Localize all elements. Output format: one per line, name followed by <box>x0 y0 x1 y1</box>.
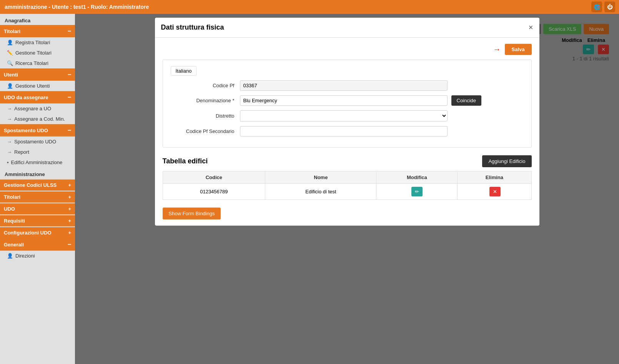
row-nome: Edificio di test <box>265 184 376 200</box>
salva-button[interactable]: Salva <box>505 44 532 55</box>
sidebar-group-titolari-toggle: − <box>68 28 71 35</box>
distretto-select[interactable] <box>240 110 448 121</box>
sidebar-group-udo-assegnare[interactable]: UDO da assegnare − <box>0 91 75 103</box>
sidebar-item-report[interactable]: → Report <box>0 147 75 157</box>
col-nome: Nome <box>265 171 376 184</box>
modal-overlay: Dati struttura fisica × → Salva Italiano <box>75 14 619 364</box>
sidebar-item-registra-titolari[interactable]: 👤 Registra Titolari <box>0 37 75 48</box>
world-icon[interactable]: 🌐 <box>591 2 602 12</box>
codice-pf-input[interactable] <box>240 80 448 91</box>
main-content: Filtro Scarica XLS Nuova Modifica Elimin… <box>75 14 619 364</box>
sidebar-item-gestione-titolari[interactable]: ✏️ Gestione Titolari <box>0 48 75 58</box>
sidebar-group-udo2[interactable]: UDO + <box>0 203 75 214</box>
language-tab[interactable]: Italiano <box>171 66 197 76</box>
sidebar-group-requisiti[interactable]: Requisiti + <box>0 215 75 226</box>
sidebar-group-gestione-codici-toggle: + <box>68 182 71 188</box>
user-icon3: 👤 <box>7 253 13 259</box>
show-form-bindings-button[interactable]: Show Form Bindings <box>163 208 221 219</box>
codice-pf-sec-label: Codice Pf Secondario <box>171 128 240 134</box>
sidebar-item-spostamento-udo-label: Spostamento UDO <box>14 139 56 145</box>
sidebar-item-gestione-utenti[interactable]: 👤 Gestione Utenti <box>0 81 75 91</box>
aggiungi-edificio-button[interactable]: Aggiungi Edificio <box>482 155 531 167</box>
sidebar-group-spostamento[interactable]: Spostamento UDO − <box>0 124 75 136</box>
arrow-icon: → <box>7 106 12 111</box>
power-icon[interactable]: ⏻ <box>604 2 615 12</box>
sidebar-group-generali-label: Generali <box>4 242 24 248</box>
codice-pf-sec-input[interactable] <box>240 126 448 136</box>
sidebar-item-edifici-admin-label: Edifici Amministrazione <box>11 160 63 165</box>
modal-title: Dati struttura fisica <box>161 23 224 32</box>
modal-header: Dati struttura fisica × <box>155 18 539 38</box>
sidebar-item-gestione-titolari-label: Gestione Titolari <box>15 50 52 56</box>
modal-close-button[interactable]: × <box>529 23 533 32</box>
sidebar-item-assegnare-uo[interactable]: → Assegnare a UO <box>0 103 75 114</box>
search-icon: 🔍 <box>7 60 13 66</box>
sidebar-section-amministrazione: Amministrazione <box>0 168 75 179</box>
sidebar-group-udo-assegnare-toggle: − <box>68 94 71 101</box>
sidebar-item-direzioni[interactable]: 👤 Direzioni <box>0 251 75 261</box>
distretto-label: Distretto <box>171 113 240 119</box>
sidebar-group-utenti-label: Utenti <box>4 72 18 78</box>
form-row-codice-pf-sec: Codice Pf Secondario <box>171 126 524 136</box>
save-area: → Salva <box>163 44 532 55</box>
sidebar-group-titolari2-label: Titolari <box>4 194 20 200</box>
sidebar-group-generali[interactable]: Generali − <box>0 238 75 251</box>
sidebar-group-gestione-codici[interactable]: Gestione Codici ULSS + <box>0 180 75 191</box>
edit-icon: ✏️ <box>7 50 13 56</box>
sidebar-item-edifici-admin[interactable]: ▪ Edifici Amministrazione <box>0 157 75 168</box>
sidebar-group-spostamento-toggle: − <box>68 127 71 134</box>
sidebar-item-direzioni-label: Direzioni <box>15 253 35 259</box>
sidebar-group-udo2-toggle: + <box>68 206 71 212</box>
edifici-table: Codice Nome Modifica Elimina 0123456789 … <box>163 171 532 200</box>
form-row-codice-pf: Codice Pf <box>171 80 524 91</box>
denominazione-input[interactable] <box>240 95 448 106</box>
sidebar-item-ricerca-titolari[interactable]: 🔍 Ricerca Titolari <box>0 58 75 68</box>
sidebar-item-spostamento-udo[interactable]: → Spostamento UDO <box>0 136 75 147</box>
sidebar-item-assegnare-uo-label: Assegnare a UO <box>14 106 51 111</box>
sidebar-group-config-udo-toggle: + <box>68 230 71 236</box>
sidebar-group-utenti-toggle: − <box>68 71 71 78</box>
sidebar-group-titolari2[interactable]: Titolari + <box>0 191 75 203</box>
sidebar-group-udo2-label: UDO <box>4 206 15 212</box>
sidebar-group-udo-assegnare-label: UDO da assegnare <box>4 95 48 100</box>
sidebar-group-config-udo-label: Configurazioni UDO <box>4 230 52 236</box>
sidebar-section-anagrafica: Anagrafica <box>0 14 75 25</box>
row-edit-button[interactable]: ✏ <box>411 187 423 196</box>
form-section: Italiano Codice Pf Denominazione * Coinc… <box>163 60 532 148</box>
sidebar-group-titolari2-toggle: + <box>68 194 71 200</box>
sidebar-group-requisiti-toggle: + <box>68 218 71 224</box>
topbar: amministrazione - Utente : test1 - Ruolo… <box>0 0 619 14</box>
sidebar: Anagrafica Titolari − 👤 Registra Titolar… <box>0 14 75 364</box>
row-codice: 0123456789 <box>163 184 265 200</box>
topbar-title: amministrazione - Utente : test1 - Ruolo… <box>5 4 149 10</box>
row-delete-button[interactable]: ✕ <box>489 187 501 196</box>
user-icon2: 👤 <box>7 83 13 89</box>
user-icon: 👤 <box>7 40 13 45</box>
modal-body: → Salva Italiano Codice Pf Denom <box>155 38 539 226</box>
row-elimina-cell: ✕ <box>458 184 531 200</box>
sidebar-item-assegnare-cod-min[interactable]: → Assegnare a Cod. Min. <box>0 114 75 124</box>
sidebar-group-config-udo[interactable]: Configurazioni UDO + <box>0 227 75 238</box>
arrow-icon3: → <box>7 139 12 145</box>
sidebar-item-report-label: Report <box>14 149 29 155</box>
sidebar-group-generali-toggle: − <box>68 241 71 248</box>
sidebar-group-utenti[interactable]: Utenti − <box>0 68 75 81</box>
sidebar-group-gestione-codici-label: Gestione Codici ULSS <box>4 182 57 188</box>
row-modifica-cell: ✏ <box>376 184 458 200</box>
sidebar-item-registra-titolari-label: Registra Titolari <box>15 40 50 45</box>
table-row: 0123456789 Edificio di test ✏ ✕ <box>163 184 531 200</box>
sidebar-item-assegnare-cod-min-label: Assegnare a Cod. Min. <box>14 116 65 122</box>
sidebar-group-requisiti-label: Requisiti <box>4 218 25 224</box>
building-icon: ▪ <box>7 160 9 165</box>
sidebar-item-gestione-utenti-label: Gestione Utenti <box>15 83 50 89</box>
arrow-icon2: → <box>7 116 12 122</box>
arrow-indicator: → <box>493 45 501 54</box>
col-modifica: Modifica <box>376 171 458 184</box>
table-title: Tabella edifici <box>163 157 208 165</box>
sidebar-group-titolari-label: Titolari <box>4 28 20 34</box>
col-codice: Codice <box>163 171 265 184</box>
coincide-button[interactable]: Coincide <box>451 95 482 106</box>
form-row-denominazione: Denominazione * Coincide <box>171 95 524 106</box>
sidebar-group-titolari[interactable]: Titolari − <box>0 25 75 37</box>
denominazione-label: Denominazione * <box>171 98 240 103</box>
